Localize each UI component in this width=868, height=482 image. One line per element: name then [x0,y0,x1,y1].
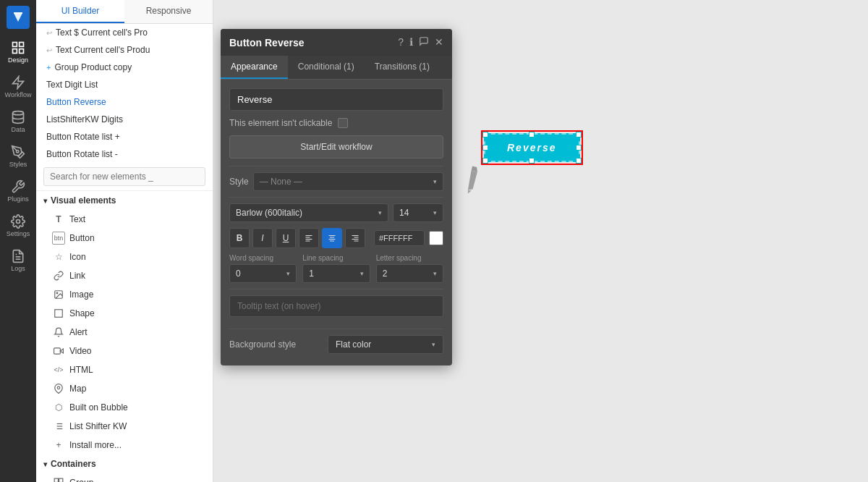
tooltip-input[interactable] [229,295,443,317]
font-size-select[interactable]: 14 ▾ [393,203,443,222]
help-icon[interactable]: ? [398,36,404,48]
underline-button[interactable]: U [276,228,296,248]
line-spacing-select[interactable]: 1 ▾ [302,264,370,283]
italic-button[interactable]: I [252,228,273,248]
resize-handle-tr[interactable] [576,132,582,138]
tab-conditional[interactable]: Conditional (1) [288,56,365,79]
list-item-button-reverse[interactable]: Button Reverse 👁 [36,93,213,111]
install-icon: + [52,439,65,452]
font-size-value: 14 [399,208,409,218]
align-center-button[interactable] [322,228,342,248]
resize-handle-tm[interactable] [529,132,535,138]
app-logo[interactable] [7,6,30,29]
tab-appearance[interactable]: Appearance [221,56,288,79]
bg-style-row: Background style Flat color ▾ [229,335,443,354]
nav-workflow[interactable]: Workflow [0,71,36,103]
svg-point-7 [17,151,19,153]
info-icon[interactable]: ℹ [409,36,413,48]
visual-item-html[interactable]: </> HTML [36,360,213,379]
video-icon [52,344,65,358]
list-item[interactable]: Button Rotate list + 👁 [36,128,213,145]
nav-data[interactable]: Data [0,106,36,138]
style-row: Style — None — ▾ [229,172,443,191]
nav-sidebar: Design Workflow Data Styles Plugins Sett… [0,0,36,482]
visual-elements-header[interactable]: ▾ Visual elements [36,191,213,210]
svg-rect-3 [13,49,17,54]
canvas-button[interactable]: Reverse [484,133,580,162]
visual-item-button[interactable]: btn Button [36,229,213,248]
resize-handle-bm[interactable] [529,158,535,164]
svg-rect-30 [306,241,310,242]
nav-settings[interactable]: Settings [0,210,36,242]
panel-tabs-appearance: Appearance Conditional (1) Transitions (… [221,56,452,80]
divider [229,197,443,198]
pencil-cursor [454,162,490,201]
visual-item-text[interactable]: T Text [36,210,213,229]
align-left-button[interactable] [299,228,319,248]
svg-marker-14 [60,349,63,353]
resize-handle-mr[interactable] [576,145,582,151]
nav-logs[interactable]: Logs [0,245,36,276]
list-item[interactable]: ListShifterKW Digits 👁 [36,111,213,128]
bold-button[interactable]: B [229,228,250,248]
shape-icon [52,307,65,320]
nav-plugins[interactable]: Plugins [0,175,36,207]
line-spacing: Line spacing 1 ▾ [302,254,370,283]
color-swatch[interactable] [429,231,443,245]
divider [229,329,443,329]
nav-design[interactable]: Design [0,36,36,68]
spacing-row: Word spacing 0 ▾ Line spacing 1 ▾ Letter… [229,254,443,283]
bg-style-select[interactable]: Flat color ▾ [328,335,443,354]
line-spacing-value: 1 [309,269,314,279]
visual-item-bubble[interactable]: ⬡ Built on Bubble [36,398,213,417]
not-clickable-label: This element isn't clickable [229,118,332,128]
not-clickable-checkbox[interactable] [338,118,348,128]
visual-item-group[interactable]: Group [36,473,213,482]
tab-responsive[interactable]: Responsive [124,0,213,23]
resize-handle-bl[interactable] [482,158,488,164]
element-list: ↩ Text $ Current cell's Pro 👁 ↩ Text Cur… [36,24,213,482]
visual-item-link[interactable]: Link [36,266,213,285]
visual-item-video[interactable]: Video [36,342,213,360]
list-item[interactable]: ↩ Text Current cell's Produ 👁 [36,41,213,59]
svg-rect-34 [330,241,334,242]
align-right-button[interactable] [345,228,365,248]
tab-ui-builder[interactable]: UI Builder [36,0,124,23]
panel-tabs: UI Builder Responsive [36,0,213,24]
visual-item-list-shifter[interactable]: List Shifter KW [36,417,213,436]
list-item[interactable]: ↩ Text $ Current cell's Pro 👁 [36,24,213,41]
letter-spacing-select[interactable]: 2 ▾ [376,264,443,283]
button-label-input[interactable] [229,88,443,111]
visual-item-icon[interactable]: ☆ Icon [36,248,213,266]
tab-transitions[interactable]: Transitions (1) [365,56,440,79]
list-item[interactable]: Text Digit List 👁 [36,76,213,93]
visual-item-shape[interactable]: Shape [36,304,213,323]
svg-rect-31 [329,235,336,236]
svg-rect-23 [54,478,58,482]
close-icon[interactable]: ✕ [435,36,443,48]
color-hex-input[interactable] [374,230,425,246]
visual-item-image[interactable]: Image [36,285,213,304]
svg-rect-33 [329,239,336,240]
containers-header[interactable]: ▾ Containers [36,454,213,473]
workflow-button[interactable]: Start/Edit workflow [229,135,443,158]
link-icon [52,269,65,282]
resize-handle-br[interactable] [576,158,582,164]
caret-icon: ▾ [378,209,382,216]
style-select[interactable]: — None — ▾ [253,172,443,191]
visual-item-map[interactable]: Map [36,379,213,398]
list-item[interactable]: + Group Product copy 👁 [36,59,213,76]
chat-icon[interactable] [419,36,429,48]
divider [229,166,443,166]
word-spacing-select[interactable]: 0 ▾ [229,264,297,283]
visual-item-alert[interactable]: Alert [36,323,213,342]
svg-rect-29 [306,239,312,240]
resize-handle-tl[interactable] [482,132,488,138]
list-shifter-icon [52,420,65,433]
nav-styles[interactable]: Styles [0,140,36,172]
resize-handle-ml[interactable] [482,145,488,151]
list-item[interactable]: Button Rotate list - 👁 [36,145,213,163]
font-select[interactable]: Barlow (600italic) ▾ [229,203,388,222]
visual-item-install[interactable]: + Install more... [36,436,213,454]
search-input[interactable] [43,167,205,186]
